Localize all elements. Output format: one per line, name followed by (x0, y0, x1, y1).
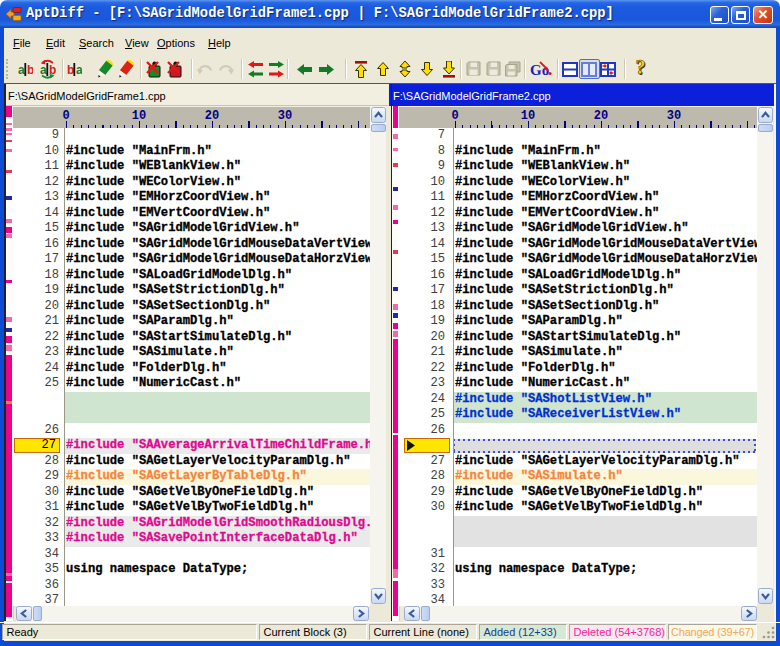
svg-text:b: b (67, 63, 74, 76)
svg-text:a: a (40, 63, 47, 77)
svg-text:b: b (27, 63, 33, 76)
svg-text:?: ? (636, 58, 646, 78)
svg-text:a: a (18, 63, 25, 76)
svg-text:a: a (76, 63, 82, 76)
